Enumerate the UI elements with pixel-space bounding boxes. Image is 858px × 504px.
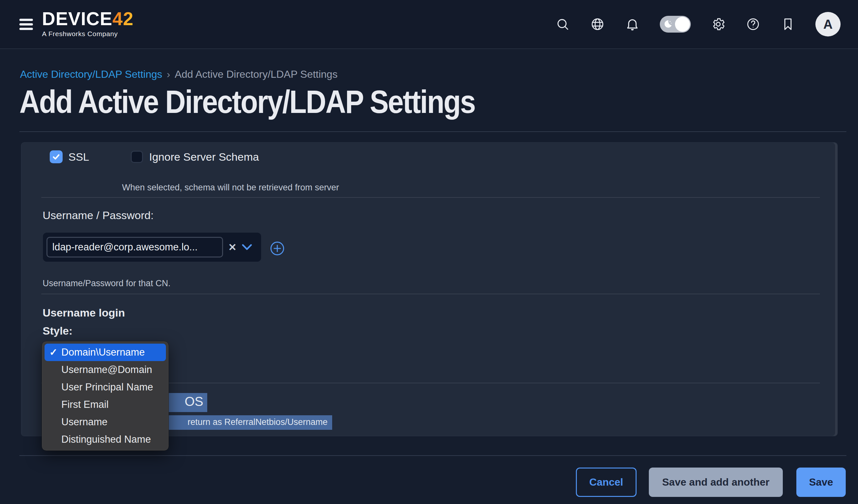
dropdown-option-label: Domain\Username bbox=[61, 346, 145, 358]
globe-icon[interactable] bbox=[590, 17, 605, 32]
credentials-help-text: Username/Password for that CN. bbox=[43, 278, 171, 289]
moon-icon bbox=[662, 19, 673, 30]
credentials-chip: ldap-reader@corp.awesome.lo... bbox=[47, 237, 223, 258]
settings-gear-icon[interactable] bbox=[711, 17, 726, 32]
save-and-add-another-button[interactable]: Save and add another bbox=[649, 468, 783, 497]
netbios-label-clipped: OS bbox=[166, 393, 207, 412]
brand-tagline: A Freshworks Company bbox=[42, 30, 134, 37]
login-style-label-line2: Style: bbox=[43, 325, 73, 337]
netbios-help-clipped: return as ReferralNetbios/Username bbox=[162, 415, 332, 430]
add-credentials-icon[interactable] bbox=[269, 240, 285, 257]
toggle-knob bbox=[675, 17, 690, 32]
bookmark-icon[interactable] bbox=[780, 17, 795, 32]
check-icon bbox=[49, 346, 58, 358]
dropdown-option[interactable]: Username bbox=[45, 413, 166, 431]
dropdown-option[interactable]: Username@Domain bbox=[45, 361, 166, 378]
breadcrumb-current: Add Active Directory/LDAP Settings bbox=[175, 68, 338, 80]
check-icon bbox=[51, 152, 61, 162]
credentials-label: Username / Password: bbox=[43, 209, 154, 222]
credentials-value: ldap-reader@corp.awesome.lo... bbox=[52, 241, 197, 253]
search-icon[interactable] bbox=[555, 17, 570, 32]
ssl-label: SSL bbox=[68, 150, 89, 163]
credentials-select[interactable]: ldap-reader@corp.awesome.lo... ✕ bbox=[43, 233, 261, 262]
dropdown-option[interactable]: User Principal Name bbox=[45, 378, 166, 396]
dropdown-option-label: First Email bbox=[61, 399, 109, 410]
page-title: Add Active Directory/LDAP Settings bbox=[19, 83, 475, 120]
login-style-dropdown: Domain\Username Username@Domain User Pri… bbox=[42, 341, 169, 451]
save-button[interactable]: Save bbox=[796, 468, 846, 497]
user-avatar[interactable]: A bbox=[815, 12, 841, 36]
device42-logo[interactable]: DEVICE42 A Freshworks Company bbox=[42, 10, 134, 37]
dropdown-option-label: User Principal Name bbox=[61, 381, 153, 393]
dropdown-option[interactable]: Domain\Username bbox=[45, 344, 166, 361]
ssl-checkbox[interactable] bbox=[50, 150, 63, 163]
breadcrumb: Active Directory/LDAP Settings › Add Act… bbox=[20, 68, 338, 80]
menu-icon[interactable] bbox=[19, 19, 33, 30]
footer-divider bbox=[19, 455, 846, 456]
avatar-initial: A bbox=[824, 17, 833, 32]
theme-toggle[interactable] bbox=[660, 16, 691, 33]
help-icon[interactable] bbox=[746, 17, 761, 32]
dropdown-option[interactable]: First Email bbox=[45, 396, 166, 413]
login-style-label-line1: Username login bbox=[43, 307, 125, 319]
breadcrumb-link[interactable]: Active Directory/LDAP Settings bbox=[20, 68, 162, 80]
cancel-button[interactable]: Cancel bbox=[576, 468, 637, 497]
dropdown-option-label: Username@Domain bbox=[61, 364, 152, 376]
brand-number: 42 bbox=[112, 9, 133, 29]
ignore-server-schema-label: Ignore Server Schema bbox=[149, 150, 259, 163]
dropdown-option[interactable]: Distinguished Name bbox=[45, 431, 166, 448]
clear-selection-icon[interactable]: ✕ bbox=[228, 242, 237, 252]
breadcrumb-separator-icon: › bbox=[166, 68, 170, 80]
ignore-schema-help-text: When selected, schema will not be retrie… bbox=[122, 183, 339, 193]
brand-text: DEVICE42 bbox=[42, 10, 134, 28]
section-divider bbox=[41, 294, 820, 294]
top-navigation-bar: DEVICE42 A Freshworks Company bbox=[0, 0, 858, 49]
app: DEVICE42 A Freshworks Company bbox=[0, 0, 858, 504]
chevron-down-icon[interactable] bbox=[241, 244, 252, 251]
title-divider bbox=[19, 131, 846, 132]
dropdown-option-label: Username bbox=[61, 416, 108, 428]
ignore-server-schema-checkbox[interactable] bbox=[131, 151, 143, 163]
dropdown-option-label: Distinguished Name bbox=[61, 434, 151, 445]
topbar-actions: A bbox=[555, 0, 841, 48]
notifications-bell-icon[interactable] bbox=[625, 17, 640, 32]
section-divider bbox=[41, 197, 820, 198]
